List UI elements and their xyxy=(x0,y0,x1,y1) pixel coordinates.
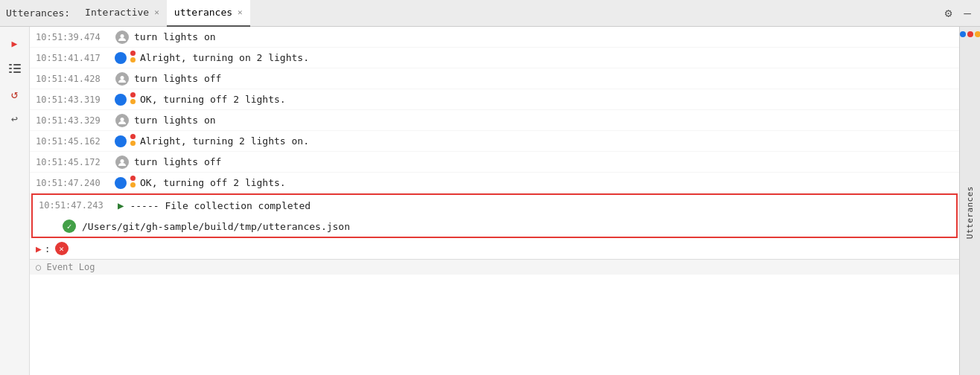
right-sidebar-top xyxy=(960,27,981,45)
file-path-text: /Users/git/gh-sample/build/tmp/utterance… xyxy=(82,221,350,232)
svg-point-8 xyxy=(121,118,124,121)
user-avatar xyxy=(115,30,130,45)
tab-bar: Utterances: Interactive ✕ utterances ✕ ⚙… xyxy=(0,0,980,27)
header-actions: ⚙ — xyxy=(942,4,974,22)
dot-yellow xyxy=(975,31,981,37)
log-timestamp: 10:51:41.428 xyxy=(36,74,110,84)
log-timestamp: 10:51:45.162 xyxy=(36,136,110,147)
user-avatar xyxy=(115,155,130,170)
log-row: 10:51:43.329 turn lights on xyxy=(30,110,959,131)
log-row: 10:51:43.319 OK, turning off 2 lights. xyxy=(30,89,959,110)
play-button[interactable]: ▶ xyxy=(4,33,25,54)
svg-rect-1 xyxy=(13,64,21,65)
tab-interactive[interactable]: Interactive ✕ xyxy=(77,0,167,27)
log-timestamp: 10:51:43.329 xyxy=(36,115,110,126)
utterances-side-label: Utterances xyxy=(965,186,975,239)
log-text: turn lights on xyxy=(134,115,216,126)
user-avatar xyxy=(115,113,130,128)
log-footer: ○ Event Log xyxy=(30,259,959,275)
log-row: 10:51:41.428 turn lights off xyxy=(30,68,959,89)
svg-point-6 xyxy=(121,34,124,38)
file-path-row: ✓ /Users/git/gh-sample/build/tmp/utteran… xyxy=(33,216,956,237)
log-text: OK, turning off 2 lights. xyxy=(140,94,286,105)
svg-rect-2 xyxy=(9,68,12,69)
log-row: 10:51:45.162 Alright, turning 2 lights o… xyxy=(30,131,959,152)
svg-rect-5 xyxy=(13,71,21,73)
tab-utterances[interactable]: utterances ✕ xyxy=(167,0,250,27)
log-timestamp: 10:51:41.417 xyxy=(36,53,110,63)
log-row: 10:51:39.474 turn lights on xyxy=(30,27,959,48)
check-icon: ✓ xyxy=(63,219,76,233)
undo-icon[interactable]: ↩ xyxy=(4,109,25,129)
event-log-label: ○ Event Log xyxy=(36,262,95,272)
agent-avatar xyxy=(115,51,136,65)
dot-red xyxy=(967,31,973,37)
dot-blue xyxy=(960,31,966,37)
svg-rect-3 xyxy=(13,68,21,69)
left-sidebar: ▶ ↺ ↩ xyxy=(0,27,30,375)
log-timestamp: 10:51:45.172 xyxy=(36,157,110,167)
log-timestamp: 10:51:43.319 xyxy=(36,94,110,105)
svg-point-9 xyxy=(121,159,124,163)
error-icon: ✕ xyxy=(59,244,64,254)
list-icon[interactable] xyxy=(4,58,25,79)
bottom-row: ▶ : ✕ xyxy=(30,238,959,259)
minimize-icon[interactable]: — xyxy=(961,4,974,22)
play-icon-small: ▶ xyxy=(36,243,42,254)
svg-point-7 xyxy=(121,76,124,80)
undo-circle-icon[interactable]: ↺ xyxy=(4,83,25,104)
tab-interactive-label: Interactive xyxy=(85,7,149,18)
settings-icon[interactable]: ⚙ xyxy=(942,4,955,22)
error-badge: ✕ xyxy=(55,242,69,255)
log-text: turn lights on xyxy=(134,31,216,42)
agent-avatar xyxy=(115,134,136,149)
log-text: turn lights off xyxy=(134,73,221,84)
log-text: Alright, turning 2 lights on. xyxy=(140,135,309,147)
colon-label: : xyxy=(45,243,51,254)
tab-utterances-label: utterances xyxy=(174,7,232,18)
log-text: OK, turning off 2 lights. xyxy=(140,177,286,188)
highlighted-section: 10:51:47.243 ▶ ----- File collection com… xyxy=(31,193,958,238)
log-timestamp: 10:51:47.240 xyxy=(36,178,110,188)
log-text: Alright, turning on 2 lights. xyxy=(140,52,309,63)
log-row: 10:51:47.240 OK, turning off 2 lights. xyxy=(30,173,959,193)
tab-bar-label: Utterances: xyxy=(6,7,70,19)
utterances-side-tab[interactable]: Utterances xyxy=(965,45,975,375)
agent-avatar xyxy=(115,176,136,190)
play-icon: ▶ xyxy=(118,199,124,211)
file-collection-row: 10:51:47.243 ▶ ----- File collection com… xyxy=(33,195,956,216)
log-row: 10:51:45.172 turn lights off xyxy=(30,152,959,173)
tab-interactive-close[interactable]: ✕ xyxy=(154,7,159,17)
log-area: 10:51:39.474 turn lights on 10:51:41.417… xyxy=(30,27,959,375)
main-area: ▶ ↺ ↩ 10:51:39.474 turn lights on xyxy=(0,27,980,375)
log-row: 10:51:41.417 Alright, turning on 2 light… xyxy=(30,48,959,68)
svg-rect-0 xyxy=(9,64,12,65)
log-timestamp: 10:51:47.243 xyxy=(39,200,113,211)
agent-avatar xyxy=(115,92,136,107)
side-dots xyxy=(960,31,981,37)
right-sidebar: Utterances xyxy=(959,27,980,375)
user-avatar xyxy=(115,71,130,86)
file-collection-text: ----- File collection completed xyxy=(130,200,311,211)
svg-rect-4 xyxy=(9,71,12,73)
tab-utterances-close[interactable]: ✕ xyxy=(238,7,243,17)
log-text: turn lights off xyxy=(134,156,221,167)
log-timestamp: 10:51:39.474 xyxy=(36,32,110,42)
